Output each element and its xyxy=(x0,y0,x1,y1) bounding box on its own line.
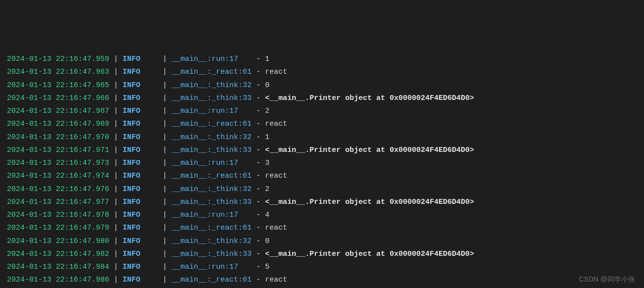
log-location: __main__:_think:32 xyxy=(172,133,252,142)
log-message: 0 xyxy=(265,81,269,90)
log-level: INFO xyxy=(123,159,158,167)
log-message: 3 xyxy=(265,159,269,167)
log-line: 2024-01-13 22:16:47.969 | INFO | __main_… xyxy=(7,118,644,131)
log-location: __main__:_think:33 xyxy=(172,94,252,102)
log-line: 2024-01-13 22:16:47.974 | INFO | __main_… xyxy=(7,170,644,183)
log-timestamp: 2024-01-13 22:16:47.982 xyxy=(7,250,109,258)
pipe-separator: | xyxy=(158,276,172,284)
dash-separator: - xyxy=(252,81,265,90)
pipe-separator: | xyxy=(109,185,123,193)
pipe-separator: | xyxy=(109,276,123,284)
pipe-separator: | xyxy=(158,107,172,115)
pipe-separator: | xyxy=(158,263,172,271)
log-timestamp: 2024-01-13 22:16:47.977 xyxy=(7,198,109,206)
log-level: INFO xyxy=(123,81,158,90)
log-timestamp: 2024-01-13 22:16:47.971 xyxy=(7,146,109,154)
log-level: INFO xyxy=(123,250,158,258)
log-level: INFO xyxy=(123,146,158,154)
log-timestamp: 2024-01-13 22:16:47.974 xyxy=(7,172,109,180)
dash-separator: - xyxy=(252,146,265,154)
pipe-separator: | xyxy=(158,224,172,232)
log-level: INFO xyxy=(123,94,158,102)
log-location: __main__:_react:61 xyxy=(172,224,252,232)
pipe-separator: | xyxy=(109,198,123,206)
log-line: 2024-01-13 22:16:47.986 | INFO | __main_… xyxy=(7,274,644,287)
log-line: 2024-01-13 22:16:47.973 | INFO | __main_… xyxy=(7,157,644,170)
log-timestamp: 2024-01-13 22:16:47.978 xyxy=(7,211,109,219)
log-location: __main__:_think:33 xyxy=(172,198,252,206)
log-line: 2024-01-13 22:16:47.959 | INFO | __main_… xyxy=(7,53,644,66)
log-location: __main__:run:17 xyxy=(172,159,252,167)
log-timestamp: 2024-01-13 22:16:47.984 xyxy=(7,263,109,271)
dash-separator: - xyxy=(252,250,265,258)
log-line: 2024-01-13 22:16:47.980 | INFO | __main_… xyxy=(7,235,644,248)
pipe-separator: | xyxy=(158,185,172,193)
pipe-separator: | xyxy=(109,146,123,154)
log-location: __main__:run:17 xyxy=(172,55,252,63)
log-message: <__main__.Printer object at 0x0000024F4E… xyxy=(265,250,474,258)
log-timestamp: 2024-01-13 22:16:47.976 xyxy=(7,185,109,193)
dash-separator: - xyxy=(252,107,265,115)
pipe-separator: | xyxy=(109,159,123,167)
pipe-separator: | xyxy=(109,263,123,271)
log-timestamp: 2024-01-13 22:16:47.979 xyxy=(7,224,109,232)
log-location: __main__:_think:33 xyxy=(172,250,252,258)
pipe-separator: | xyxy=(109,107,123,115)
dash-separator: - xyxy=(252,263,265,271)
log-message: 0 xyxy=(265,237,269,245)
log-level: INFO xyxy=(123,211,158,219)
pipe-separator: | xyxy=(158,94,172,102)
pipe-separator: | xyxy=(109,55,123,63)
pipe-separator: | xyxy=(109,120,123,128)
log-level: INFO xyxy=(123,68,158,76)
log-level: INFO xyxy=(123,237,158,245)
dash-separator: - xyxy=(252,172,265,180)
log-message: 1 xyxy=(265,133,269,142)
dash-separator: - xyxy=(252,237,265,245)
pipe-separator: | xyxy=(158,68,172,76)
log-line: 2024-01-13 22:16:47.970 | INFO | __main_… xyxy=(7,131,644,144)
pipe-separator: | xyxy=(158,81,172,90)
log-message: 4 xyxy=(265,211,269,219)
log-message: <__main__.Printer object at 0x0000024F4E… xyxy=(265,198,474,206)
log-level: INFO xyxy=(123,120,158,128)
dash-separator: - xyxy=(252,198,265,206)
dash-separator: - xyxy=(252,120,265,128)
log-location: __main__:run:17 xyxy=(172,263,252,271)
log-location: __main__:_react:61 xyxy=(172,68,252,76)
dash-separator: - xyxy=(252,55,265,63)
log-level: INFO xyxy=(123,263,158,271)
log-message: <__main__.Printer object at 0x0000024F4E… xyxy=(265,94,474,102)
log-timestamp: 2024-01-13 22:16:47.980 xyxy=(7,237,109,245)
dash-separator: - xyxy=(252,94,265,102)
log-message: <__main__.Printer object at 0x0000024F4E… xyxy=(265,146,474,154)
log-location: __main__:_think:33 xyxy=(172,146,252,154)
pipe-separator: | xyxy=(109,81,123,90)
log-timestamp: 2024-01-13 22:16:47.986 xyxy=(7,276,109,284)
log-level: INFO xyxy=(123,198,158,206)
log-location: __main__:run:17 xyxy=(172,211,252,219)
pipe-separator: | xyxy=(158,237,172,245)
log-message: react xyxy=(265,276,287,284)
pipe-separator: | xyxy=(109,237,123,245)
log-line: 2024-01-13 22:16:47.966 | INFO | __main_… xyxy=(7,92,644,105)
log-line: 2024-01-13 22:16:47.976 | INFO | __main_… xyxy=(7,183,644,196)
log-line: 2024-01-13 22:16:47.963 | INFO | __main_… xyxy=(7,66,644,79)
log-location: __main__:run:17 xyxy=(172,107,252,115)
log-message: 5 xyxy=(265,263,269,271)
log-line: 2024-01-13 22:16:47.979 | INFO | __main_… xyxy=(7,222,644,235)
pipe-separator: | xyxy=(158,146,172,154)
pipe-separator: | xyxy=(158,198,172,206)
log-message: react xyxy=(265,68,287,76)
pipe-separator: | xyxy=(109,224,123,232)
pipe-separator: | xyxy=(158,159,172,167)
log-message: 2 xyxy=(265,107,269,115)
log-line: 2024-01-13 22:16:47.978 | INFO | __main_… xyxy=(7,209,644,222)
log-timestamp: 2024-01-13 22:16:47.959 xyxy=(7,55,109,63)
dash-separator: - xyxy=(252,211,265,219)
log-level: INFO xyxy=(123,185,158,193)
log-timestamp: 2024-01-13 22:16:47.973 xyxy=(7,159,109,167)
log-level: INFO xyxy=(123,276,158,284)
log-location: __main__:_react:61 xyxy=(172,172,252,180)
dash-separator: - xyxy=(252,133,265,142)
